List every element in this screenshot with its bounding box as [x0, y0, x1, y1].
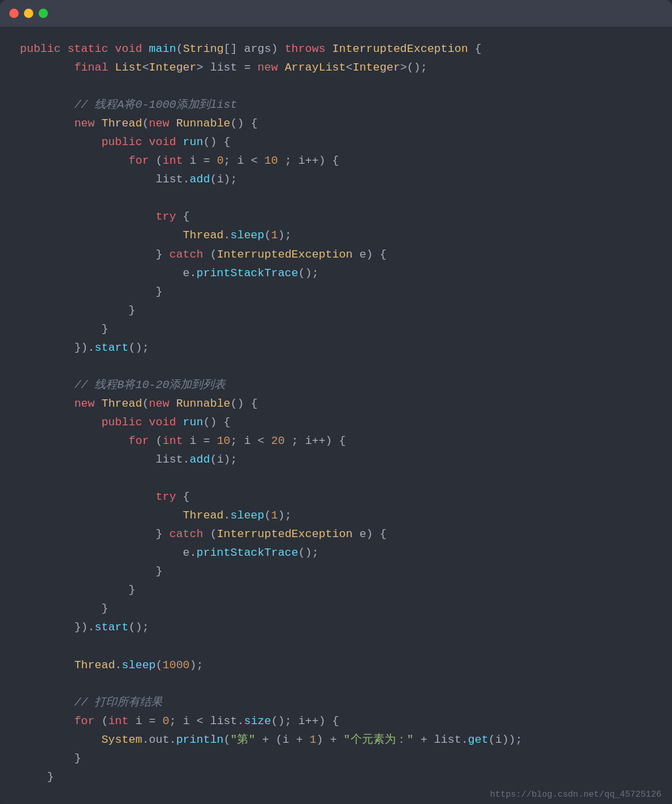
code-line-comment-3: // 打印所有结果 [20, 694, 652, 712]
code-line-comment-1: // 线程A将0-1000添加到list [20, 96, 652, 114]
code-line-22: e.printStackTrace(); [20, 544, 652, 562]
code-line-17: for (int i = 10; i < 20 ; i++) { [20, 432, 652, 451]
code-line-9: } catch (InterruptedException e) { [20, 246, 652, 264]
code-line-blank-2 [20, 189, 652, 208]
title-bar [0, 0, 672, 27]
code-line-20: Thread.sleep(1); [20, 506, 652, 525]
code-line-blank-1 [20, 77, 652, 96]
code-line-1: public static void main(String[] args) t… [20, 40, 652, 59]
code-line-11: } [20, 283, 652, 302]
code-line-10: e.printStackTrace(); [20, 264, 652, 283]
code-line-3: new Thread(new Runnable() { [20, 114, 652, 133]
code-line-18: list.add(i); [20, 451, 652, 469]
code-line-27: Thread.sleep(1000); [20, 656, 652, 675]
code-line-15: new Thread(new Runnable() { [20, 395, 652, 413]
code-editor: public static void main(String[] args) t… [0, 27, 672, 784]
code-line-28: for (int i = 0; i < list.size(); i++) { [20, 712, 652, 731]
code-line-30: } [20, 749, 652, 768]
code-line-16: public void run() { [20, 413, 652, 432]
close-button[interactable] [9, 9, 19, 18]
code-line-25: } [20, 600, 652, 618]
code-line-5: for (int i = 0; i < 10 ; i++) { [20, 152, 652, 170]
code-line-26: }).start(); [20, 618, 652, 637]
code-line-14: }).start(); [20, 339, 652, 357]
maximize-button[interactable] [39, 9, 48, 18]
footer-url: https://blog.csdn.net/qq_45725126 [490, 789, 661, 799]
code-line-8: Thread.sleep(1); [20, 226, 652, 245]
code-line-21: } catch (InterruptedException e) { [20, 525, 652, 544]
code-line-19: try { [20, 488, 652, 506]
code-line-12: } [20, 302, 652, 320]
code-line-13: } [20, 320, 652, 339]
footer-bar: https://blog.csdn.net/qq_45725126 [0, 784, 672, 804]
code-line-29: System.out.println("第" + (i + 1) + "个元素为… [20, 731, 652, 749]
code-line-7: try { [20, 208, 652, 226]
code-line-blank-4 [20, 469, 652, 488]
code-line-23: } [20, 562, 652, 581]
code-line-4: public void run() { [20, 133, 652, 152]
code-line-blank-3 [20, 357, 652, 376]
code-line-31: } [20, 768, 652, 784]
code-line-2: final List<Integer> list = new ArrayList… [20, 59, 652, 77]
code-line-blank-6 [20, 675, 652, 694]
code-line-comment-2: // 线程B将10-20添加到列表 [20, 376, 652, 395]
code-line-24: } [20, 581, 652, 600]
code-line-6: list.add(i); [20, 170, 652, 189]
code-line-blank-5 [20, 638, 652, 656]
code-window: public static void main(String[] args) t… [0, 0, 672, 804]
minimize-button[interactable] [24, 9, 33, 18]
